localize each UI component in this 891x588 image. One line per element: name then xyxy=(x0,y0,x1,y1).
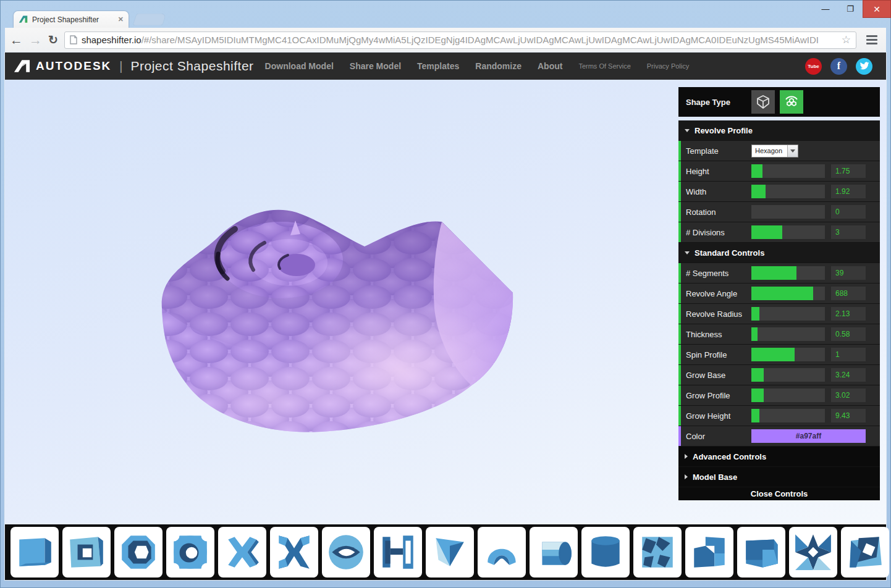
slider-value: 1.92 xyxy=(831,185,866,198)
caret-right-icon xyxy=(685,474,688,479)
new-tab-button[interactable] xyxy=(133,14,166,25)
slider-value: 9.43 xyxy=(831,409,866,422)
template-thumbnail-corner-blocks[interactable] xyxy=(685,527,733,578)
section-header-standard-controls[interactable]: Standard Controls xyxy=(678,243,880,262)
slider-row-revolve-radius: Revolve Radius 2.13 xyxy=(678,304,880,324)
controls-panel: Shape Type xyxy=(678,87,880,500)
section-header-revolve-profile[interactable]: Revolve Profile xyxy=(678,120,880,140)
reload-button[interactable]: ↻ xyxy=(48,33,58,47)
slider-value: 0.58 xyxy=(831,327,866,341)
forward-button[interactable]: → xyxy=(29,33,42,46)
slider-fill xyxy=(751,368,764,382)
slider-label: Grow Base xyxy=(678,371,751,380)
nav-link-download-model[interactable]: Download Model xyxy=(265,61,334,71)
slider-value: 2.13 xyxy=(831,307,866,321)
slider-track[interactable] xyxy=(751,164,825,178)
template-thumbnail-twisted-star[interactable] xyxy=(633,527,682,578)
slider-track[interactable] xyxy=(751,266,825,280)
nav-link-randomize[interactable]: Randomize xyxy=(475,61,522,71)
slider-label: Rotation xyxy=(678,208,751,217)
url-bar[interactable]: shapeshifter.io/#/share/MSAyIDM5IDIuMTMg… xyxy=(64,32,856,49)
bookmark-star-icon[interactable]: ☆ xyxy=(842,33,851,46)
slider-fill xyxy=(751,287,813,300)
template-thumbnail-x-cross[interactable] xyxy=(218,527,266,578)
template-thumbnail-cylinder-horizontal[interactable] xyxy=(530,527,578,578)
chrome-menu-icon[interactable] xyxy=(863,33,881,47)
page-content: AUTODESK | Project Shapeshifter Download… xyxy=(5,52,886,580)
slider-track[interactable] xyxy=(751,348,825,361)
slider-label: Revolve Angle xyxy=(678,289,751,298)
row-accent xyxy=(678,324,681,344)
dropdown-button[interactable] xyxy=(787,145,798,157)
row-accent xyxy=(678,426,681,446)
brand-divider: | xyxy=(119,59,122,74)
slider-track[interactable] xyxy=(751,409,825,422)
site-navbar: AUTODESK | Project Shapeshifter Download… xyxy=(5,52,886,80)
brand-name: AUTODESK xyxy=(36,59,111,73)
slider-label: Revolve Radius xyxy=(678,309,751,319)
extrude-shape-button[interactable] xyxy=(751,90,775,114)
facebook-icon[interactable]: f xyxy=(830,58,847,75)
template-thumbnail-pyramid[interactable] xyxy=(426,527,474,578)
controls-stack: Revolve Profile Template Hexagon Height xyxy=(678,120,880,500)
template-thumbnail-cube-with-hole[interactable] xyxy=(841,527,889,578)
slider-label: # Segments xyxy=(678,269,751,278)
template-thumbnail-arch[interactable] xyxy=(478,527,526,578)
browser-toolbar: ← → ↻ shapeshifter.io/#/share/MSAyIDM5ID… xyxy=(5,28,886,52)
color-value-bar[interactable]: #a97aff xyxy=(751,429,866,443)
nav-link-privacy[interactable]: Privacy Policy xyxy=(647,62,689,70)
row-accent xyxy=(678,182,681,201)
nav-link-terms[interactable]: Terms Of Service xyxy=(578,62,630,70)
revolve-shape-button[interactable] xyxy=(780,90,803,114)
slider-track[interactable] xyxy=(751,307,825,321)
template-thumbnail-x-frame[interactable] xyxy=(270,527,318,578)
maximize-button[interactable]: ❐ xyxy=(838,0,863,18)
slider-label: Thickness xyxy=(678,330,751,339)
slider-track[interactable] xyxy=(751,388,825,402)
extrude-hexagon-icon xyxy=(756,94,771,109)
close-controls-button[interactable]: Close Controls xyxy=(678,487,880,500)
browser-tab[interactable]: Project Shapeshifter ✕ xyxy=(14,11,129,28)
tab-title: Project Shapeshifter xyxy=(32,15,114,24)
slider-track[interactable] xyxy=(751,185,825,198)
row-accent xyxy=(678,406,681,426)
slider-value: 3 xyxy=(831,225,866,239)
slider-row-rotation: Rotation 0 xyxy=(678,202,880,222)
slider-label: Grow Height xyxy=(678,411,751,421)
template-thumbnail-pinwheel-star[interactable] xyxy=(789,527,837,578)
back-button[interactable]: ← xyxy=(10,33,23,46)
row-accent xyxy=(678,161,681,181)
nav-link-about[interactable]: About xyxy=(538,61,562,71)
slider-track[interactable] xyxy=(751,225,825,239)
template-thumbnail-cut-cube[interactable] xyxy=(737,527,785,578)
template-thumbnail-square-frame[interactable] xyxy=(62,527,111,578)
tab-close-icon[interactable]: ✕ xyxy=(118,15,124,23)
template-dropdown[interactable]: Hexagon xyxy=(751,145,798,158)
chevron-down-icon xyxy=(790,149,795,153)
nav-links: Download Model Share Model Templates Ran… xyxy=(265,61,690,71)
section-title: Model Base xyxy=(693,472,737,482)
section-header-advanced-controls[interactable]: Advanced Controls xyxy=(678,447,880,466)
template-thumbnail-cylinder-vertical[interactable] xyxy=(581,527,630,578)
close-button[interactable]: ✕ xyxy=(863,0,891,18)
template-dropdown-value: Hexagon xyxy=(752,145,787,157)
slider-row-grow-profile: Grow Profile 3.02 xyxy=(678,385,880,405)
template-label: Template xyxy=(678,146,751,156)
template-thumbnail-h-frame[interactable] xyxy=(374,527,422,578)
youtube-icon[interactable]: Tube xyxy=(805,58,822,75)
minimize-button[interactable]: — xyxy=(813,0,838,18)
template-thumbnail-gear-ring[interactable] xyxy=(166,527,214,578)
slider-track[interactable] xyxy=(751,368,825,382)
autodesk-favicon-icon xyxy=(19,15,28,24)
template-thumbnail-cube[interactable] xyxy=(11,527,59,578)
slider-track[interactable] xyxy=(751,327,825,341)
template-thumbnail-lens-ring[interactable] xyxy=(322,527,370,578)
template-thumbnail-octagon-ring[interactable] xyxy=(114,527,163,578)
twitter-icon[interactable] xyxy=(856,58,872,75)
nav-link-share-model[interactable]: Share Model xyxy=(350,61,401,71)
slider-track[interactable] xyxy=(751,287,825,300)
slider-fill xyxy=(751,266,796,280)
slider-track[interactable] xyxy=(751,205,825,219)
nav-link-templates[interactable]: Templates xyxy=(417,61,459,71)
section-header-model-base[interactable]: Model Base xyxy=(678,467,880,487)
